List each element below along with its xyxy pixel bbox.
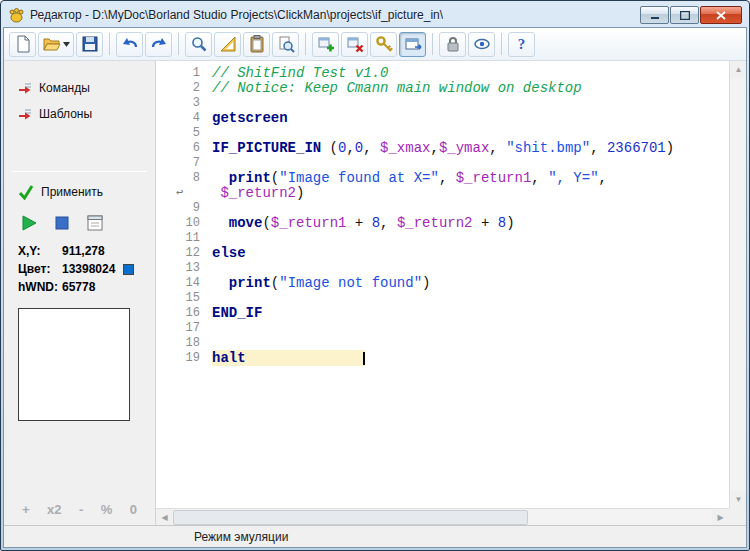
zoom-out-button[interactable]: - (79, 502, 83, 517)
horizontal-scrollbar[interactable]: ◀ ▶ (156, 508, 729, 525)
color-info: Цвет: 13398024 (4, 260, 155, 278)
lock-icon (443, 34, 463, 54)
code-line[interactable] (212, 231, 729, 246)
code-line[interactable]: print("Image not found") (212, 276, 729, 291)
code-line[interactable]: else (212, 246, 729, 261)
line-number: 9 (156, 201, 200, 216)
paste-button[interactable] (243, 32, 270, 57)
new-file-icon (13, 34, 33, 54)
code-line[interactable] (212, 321, 729, 336)
undo-button[interactable] (116, 32, 143, 57)
code-line[interactable] (212, 96, 729, 111)
emulation-window-icon (403, 34, 423, 54)
redo-button[interactable] (145, 32, 172, 57)
text-caret (363, 352, 365, 365)
line-number: 12 (156, 246, 200, 261)
apply-button[interactable]: Применить (4, 178, 155, 206)
delete-command-button[interactable] (341, 32, 368, 57)
line-number: 3 (156, 96, 200, 111)
maximize-icon (680, 11, 690, 20)
line-number: 2 (156, 81, 200, 96)
sidebar-item-label: Команды (39, 81, 90, 95)
save-button[interactable] (76, 32, 103, 57)
scroll-down-button[interactable]: ▼ (730, 491, 746, 508)
window-controls (640, 6, 742, 24)
sidebar-item-commands[interactable]: Команды (4, 75, 155, 101)
line-number: 16 (156, 306, 200, 321)
emulation-toggle-button[interactable] (399, 32, 426, 57)
code-line[interactable] (212, 126, 729, 141)
add-command-button[interactable] (312, 32, 339, 57)
code-lines[interactable]: // ShitFind Test v1.0// Notice: Keep Cma… (208, 61, 729, 525)
line-number: 17 (156, 321, 200, 336)
code-line[interactable] (212, 291, 729, 306)
scroll-right-button[interactable]: ▶ (712, 509, 729, 525)
delete-window-icon (345, 34, 365, 54)
code-line[interactable]: IF_PICTURE_IN (0,0, $_xmax,$_ymax, "shit… (212, 141, 729, 156)
code-line[interactable] (212, 336, 729, 351)
code-line[interactable]: END_IF (212, 306, 729, 321)
code-line[interactable]: // ShitFind Test v1.0 (212, 66, 729, 81)
picker-button[interactable] (370, 32, 397, 57)
line-number: 6 (156, 141, 200, 156)
toolbar-separator (432, 33, 433, 55)
zoom-preview-box (18, 308, 130, 421)
color-label: Цвет: (18, 262, 62, 276)
code-line[interactable]: $_return2) (212, 186, 729, 201)
ruler-button[interactable] (214, 32, 241, 57)
line-number: 5 (156, 126, 200, 141)
add-window-icon (316, 34, 336, 54)
line-number: 1 (156, 66, 200, 81)
color-value: 13398024 (62, 262, 115, 276)
gutter: 12345678↩910111213141516171819 (156, 61, 208, 525)
help-button[interactable]: ? (508, 32, 535, 57)
sidebar-item-templates[interactable]: Шаблоны (4, 101, 155, 127)
window-content: ? Команды Шаблоны Применить (3, 27, 747, 548)
maximize-button[interactable] (670, 6, 699, 24)
toolbar-separator (178, 33, 179, 55)
code-line[interactable]: getscreen (212, 111, 729, 126)
inspect-button[interactable] (272, 32, 299, 57)
run-button play-icon[interactable] (20, 214, 38, 232)
open-folder-icon (42, 34, 62, 54)
editor-panel: 12345678↩910111213141516171819 // ShitFi… (155, 61, 746, 525)
wrap-indicator: ↩ (156, 186, 200, 201)
line-number: 8 (156, 171, 200, 186)
scroll-left-button[interactable]: ◀ (156, 509, 173, 525)
find-button[interactable] (185, 32, 212, 57)
zoom-factor-label[interactable]: x2 (47, 502, 61, 517)
code-line[interactable]: // Notice: Keep Cmann main window on des… (212, 81, 729, 96)
zoom-in-button[interactable]: + (22, 502, 30, 517)
lock-button[interactable] (439, 32, 466, 57)
app-icon (8, 7, 25, 24)
eye-icon (472, 34, 492, 54)
minimize-button[interactable] (640, 6, 669, 24)
watch-button[interactable] (468, 32, 495, 57)
zoom-percent-label[interactable]: % (101, 502, 113, 517)
help-icon: ? (518, 36, 526, 53)
line-number: 19 (156, 351, 200, 366)
log-button calendar-icon[interactable] (86, 214, 104, 232)
toolbar-separator (305, 33, 306, 55)
new-file-button[interactable] (9, 32, 36, 57)
sidebar-item-label: Шаблоны (39, 107, 92, 121)
horizontal-scroll-thumb[interactable] (173, 510, 528, 525)
code-line[interactable] (212, 201, 729, 216)
zoom-controls: + x2 - % 0 (4, 498, 155, 525)
code-line[interactable] (212, 156, 729, 171)
line-number: 11 (156, 231, 200, 246)
status-mode-text: Режим эмуляции (194, 530, 288, 544)
editor[interactable]: 12345678↩910111213141516171819 // ShitFi… (156, 61, 746, 525)
stop-button stop-icon[interactable] (54, 215, 70, 231)
code-line[interactable]: move($_return1 + 8, $_return2 + 8) (212, 216, 729, 231)
titlebar[interactable]: Редактор - D:\MyDoc\Borland Studio Proje… (3, 3, 747, 27)
open-file-button[interactable] (38, 32, 74, 57)
code-line[interactable] (212, 261, 729, 276)
vertical-scrollbar[interactable]: ▲ ▼ (729, 61, 746, 508)
code-line[interactable]: halt (212, 351, 729, 366)
xy-value: 911,278 (62, 244, 105, 258)
close-button[interactable] (700, 6, 742, 24)
scroll-up-button[interactable]: ▲ (730, 61, 746, 78)
code-line[interactable]: print("Image found at X=", $_return1, ",… (212, 171, 729, 186)
zoom-value-label[interactable]: 0 (130, 502, 137, 517)
